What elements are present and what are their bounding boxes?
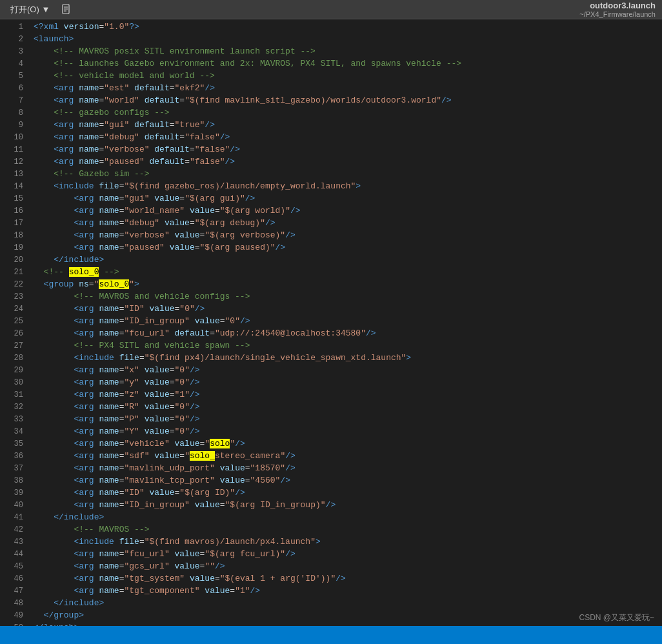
line-number: 32 [5, 403, 23, 412]
line-number: 43 [5, 538, 23, 547]
line-number: 33 [5, 415, 23, 424]
line-code: <!-- vehicle model and world --> [34, 71, 657, 81]
line-number: 24 [5, 305, 23, 314]
table-row: 18 <arg name="verbose" value="$(arg verb… [0, 230, 662, 243]
table-row: 30 <arg name="y" value="0"/> [0, 377, 662, 390]
line-code: <group ns="solo_0"> [34, 279, 657, 289]
table-row: 33 <arg name="P" value="0"/> [0, 414, 662, 427]
titlebar-right: outdoor3.launch ~/PX4_Firmware/launch [579, 1, 656, 18]
line-code: <arg name="est" default="ekf2"/> [34, 83, 657, 93]
line-number: 47 [5, 587, 23, 596]
line-number: 19 [5, 243, 23, 252]
table-row: 22 <group ns="solo_0"> [0, 279, 662, 292]
line-number: 17 [5, 219, 23, 228]
table-row: 28 <include file="$(find px4)/launch/sin… [0, 353, 662, 365]
line-number: 16 [5, 206, 23, 216]
line-code: <!-- MAVROS --> [34, 525, 657, 534]
table-row: 31 <arg name="z" value="1"/> [0, 390, 662, 402]
table-row: 42 <!-- MAVROS --> [0, 525, 662, 537]
table-row: 41 </include> [0, 512, 662, 525]
file-icon [59, 2, 74, 17]
table-row: 34 <arg name="Y" value="0"/> [0, 427, 662, 439]
line-code: <arg name="verbose" default="false"/> [34, 145, 657, 154]
table-row: 39 <arg name="ID" value="$(arg ID)"/> [0, 488, 662, 500]
line-code: <arg name="fcu_url" value="$(arg fcu_url… [34, 549, 657, 559]
table-row: 17 <arg name="debug" value="$(arg debug)… [0, 218, 662, 230]
table-row: 9 <arg name="gui" default="true"/> [0, 120, 662, 132]
line-code: <arg name="fcu_url" default="udp://:2454… [34, 328, 657, 338]
line-number: 40 [5, 501, 23, 510]
line-number: 42 [5, 525, 23, 534]
line-number: 18 [5, 231, 23, 240]
filepath: ~/PX4_Firmware/launch [579, 10, 656, 18]
titlebar: 打开(O) ▼ outdoor3.launch ~/PX4_Firmware/l… [0, 0, 662, 19]
line-code: </include> [34, 255, 657, 265]
table-row: 29 <arg name="x" value="0"/> [0, 365, 662, 377]
line-number: 22 [5, 280, 23, 289]
table-row: 43 <include file="$(find mavros)/launch/… [0, 537, 662, 549]
line-code: <!-- gazebo configs --> [34, 108, 657, 117]
line-code: <arg name="debug" default="false"/> [34, 132, 657, 142]
line-number: 12 [5, 157, 23, 166]
line-code: <!-- MAVROS and vehicle configs --> [34, 292, 657, 301]
line-number: 45 [5, 562, 23, 571]
line-number: 36 [5, 452, 23, 461]
line-number: 31 [5, 390, 23, 399]
table-row: 21 <!-- solo_0 --> [0, 267, 662, 279]
line-code: <arg name="gui" value="$(arg gui)"/> [34, 194, 657, 203]
line-code: <!-- launches Gazebo environment and 2x:… [34, 59, 657, 68]
line-code: <arg name="gcs_url" value=""/> [34, 561, 657, 571]
table-row: 40 <arg name="ID_in_group" value="$(arg … [0, 500, 662, 512]
line-code: <arg name="y" value="0"/> [34, 377, 657, 387]
titlebar-left: 打开(O) ▼ [6, 2, 74, 17]
line-number: 7 [5, 96, 23, 105]
line-number: 2 [5, 35, 23, 44]
table-row: 32 <arg name="R" value="0"/> [0, 402, 662, 414]
line-number: 1 [5, 23, 23, 32]
table-row: 50</launch> [0, 623, 662, 626]
menu-open[interactable]: 打开(O) ▼ [6, 3, 54, 17]
table-row: 48 </include> [0, 598, 662, 610]
line-code: <arg name="gui" default="true"/> [34, 120, 657, 130]
line-code: <include file="$(find mavros)/launch/px4… [34, 537, 657, 547]
editor: 1<?xml version="1.0"?>2<launch>3 <!-- MA… [0, 19, 662, 626]
line-code: </include> [34, 598, 657, 608]
line-number: 13 [5, 170, 23, 179]
line-code: <!-- PX4 SITL and vehicle spawn --> [34, 341, 657, 350]
line-number: 6 [5, 84, 23, 93]
statusbar: CSDN @又菜又爱玩~ [0, 626, 662, 644]
table-row: 4 <!-- launches Gazebo environment and 2… [0, 59, 662, 71]
line-code: </include> [34, 512, 657, 522]
line-number: 35 [5, 439, 23, 448]
table-row: 12 <arg name="paused" default="false"/> [0, 157, 662, 169]
table-row: 11 <arg name="verbose" default="false"/> [0, 145, 662, 157]
line-code: <!-- MAVROS posix SITL environment launc… [34, 46, 657, 56]
line-number: 38 [5, 476, 23, 485]
line-code: <arg name="sdf" value="solo_stereo_camer… [34, 451, 657, 461]
table-row: 16 <arg name="world_name" value="$(arg w… [0, 206, 662, 218]
line-number: 3 [5, 47, 23, 56]
line-number: 9 [5, 121, 23, 130]
table-row: 13 <!-- Gazebo sim --> [0, 169, 662, 181]
table-row: 46 <arg name="tgt_system" value="$(eval … [0, 574, 662, 586]
line-code: <!-- solo_0 --> [34, 267, 657, 277]
line-code: <arg name="paused" value="$(arg paused)"… [34, 243, 657, 252]
table-row: 23 <!-- MAVROS and vehicle configs --> [0, 292, 662, 304]
line-number: 44 [5, 550, 23, 559]
line-code: <arg name="world" default="$(find mavlin… [34, 96, 657, 105]
line-code: <arg name="ID_in_group" value="0"/> [34, 316, 657, 326]
table-row: 26 <arg name="fcu_url" default="udp://:2… [0, 328, 662, 341]
watermark: CSDN @又菜又爱玩~ [579, 612, 654, 623]
line-number: 11 [5, 145, 23, 154]
line-number: 20 [5, 256, 23, 265]
line-number: 27 [5, 341, 23, 350]
line-number: 37 [5, 464, 23, 473]
line-code: <!-- Gazebo sim --> [34, 169, 657, 179]
line-number: 15 [5, 194, 23, 203]
line-code: </group> [34, 610, 657, 620]
table-row: 5 <!-- vehicle model and world --> [0, 71, 662, 83]
line-number: 23 [5, 292, 23, 301]
table-row: 37 <arg name="mavlink_udp_port" value="1… [0, 463, 662, 476]
line-code: </launch> [34, 623, 657, 626]
line-code: <arg name="paused" default="false"/> [34, 157, 657, 166]
